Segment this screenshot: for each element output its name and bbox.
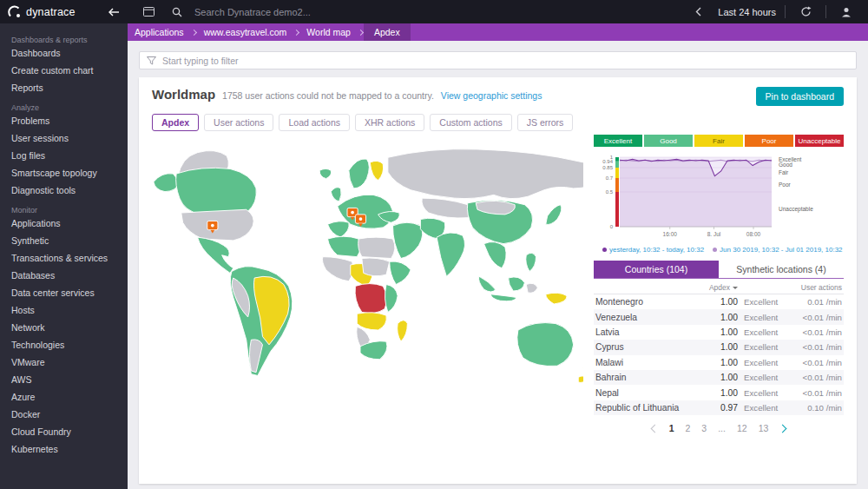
- sidebar-item-reports[interactable]: Reports: [0, 79, 128, 96]
- sidebar-item-applications[interactable]: Applications: [0, 215, 128, 232]
- legend-excellent: Excellent: [594, 135, 642, 147]
- divider: [825, 5, 826, 18]
- table-row[interactable]: Nepal 1.00 Excellent <0.01 /min: [594, 385, 844, 400]
- sidebar-section-title: Dashboards & reports: [0, 29, 128, 44]
- table-row[interactable]: Malawi 1.00 Excellent <0.01 /min: [594, 355, 844, 370]
- region-africa[interactable]: [322, 236, 411, 360]
- region-south-america[interactable]: [230, 267, 292, 376]
- sidebar-item-cloud-foundry[interactable]: Cloud Foundry: [0, 423, 128, 440]
- chart-legend-today[interactable]: yesterday, 10:32 - today, 10:32: [602, 246, 704, 254]
- sidebar-item-problems[interactable]: Problems: [0, 112, 128, 129]
- geographic-settings-link[interactable]: View geographic settings: [441, 90, 542, 101]
- sidebar-item-network[interactable]: Network: [0, 319, 128, 336]
- filter-input[interactable]: [162, 56, 849, 66]
- main-content: Worldmap 1758 user actions could not be …: [128, 41, 868, 489]
- sidebar-item-aws[interactable]: AWS: [0, 371, 128, 388]
- chevron-right-icon: [191, 29, 197, 35]
- sidebar-item-data-center-services[interactable]: Data center services: [0, 284, 128, 301]
- sidebar-item-smartscape-topology[interactable]: Smartscape topology: [0, 164, 128, 182]
- search-input[interactable]: [194, 7, 455, 17]
- table-row[interactable]: Venezuela 1.00 Excellent <0.01 /min: [594, 309, 844, 324]
- legend-poor: Poor: [745, 135, 793, 147]
- next-page-button[interactable]: [779, 424, 787, 433]
- tab-user-actions[interactable]: User actions: [204, 114, 273, 131]
- brand: dynatrace: [0, 5, 102, 18]
- top-bar: dynatrace: [0, 0, 868, 23]
- sidebar-item-transactions-services[interactable]: Transactions & services: [0, 249, 128, 267]
- prev-page-button[interactable]: [650, 424, 659, 433]
- refresh-button[interactable]: [794, 0, 817, 23]
- app-window: dynatrace: [0, 0, 868, 489]
- svg-text:16:00: 16:00: [663, 231, 678, 237]
- column-header-user-actions[interactable]: User actions: [738, 283, 844, 292]
- sidebar-item-kubernetes[interactable]: Kubernetes: [0, 440, 128, 458]
- sidebar-item-docker[interactable]: Docker: [0, 406, 128, 423]
- table-row[interactable]: Montenegro 1.00 Excellent 0.01 /min: [594, 294, 844, 309]
- user-menu-button[interactable]: [835, 0, 858, 23]
- tab-js-errors[interactable]: JS errors: [517, 114, 574, 131]
- sidebar-item-user-sessions[interactable]: User sessions: [0, 129, 128, 147]
- tab-custom-actions[interactable]: Custom actions: [430, 114, 511, 131]
- card-content: Excellent Good Fair Poor Unacceptable 10…: [152, 135, 844, 473]
- table-row[interactable]: Latvia 1.00 Excellent <0.01 /min: [594, 325, 844, 340]
- apdex-trend-chart: 10.940.850.70.5016:008. Jul08:00Excellen…: [594, 152, 844, 254]
- tab-synthetic-locations[interactable]: Synthetic locations (4): [719, 261, 844, 278]
- region-oceania[interactable]: [517, 293, 583, 382]
- table-row[interactable]: Republic of Lithuania 0.97 Excellent 0.1…: [594, 400, 844, 415]
- chevron-left-icon: [695, 7, 701, 17]
- svg-text:08:00: 08:00: [746, 231, 761, 237]
- tab-countries[interactable]: Countries (104): [594, 261, 719, 278]
- table-row[interactable]: Bahrain 1.00 Excellent <0.01 /min: [594, 370, 844, 385]
- sidebar-nav: Dashboards & reports Dashboards Create c…: [0, 23, 128, 489]
- svg-text:Poor: Poor: [779, 182, 792, 188]
- table-row[interactable]: Cyprus 1.00 Excellent <0.01 /min: [594, 340, 844, 354]
- region-europe[interactable]: [319, 159, 392, 237]
- breadcrumb-application[interactable]: www.easytravel.com: [197, 23, 294, 41]
- tab-load-actions[interactable]: Load actions: [279, 114, 350, 131]
- tab-apdex[interactable]: Apdex: [152, 114, 199, 131]
- chart-legend-yesterday[interactable]: Jun 30 2019, 10:32 - Jul 01 2019, 10:32: [713, 246, 842, 254]
- tab-xhr-actions[interactable]: XHR actions: [355, 114, 424, 131]
- svg-text:0.94: 0.94: [602, 159, 613, 164]
- svg-text:0: 0: [610, 224, 614, 229]
- timeframe-back-button[interactable]: [687, 0, 709, 23]
- world-map[interactable]: [152, 135, 583, 473]
- filter-funnel-icon: [147, 56, 156, 65]
- apps-grid-button[interactable]: [137, 0, 160, 23]
- breadcrumb-applications[interactable]: Applications: [128, 23, 191, 41]
- user-icon: [841, 7, 852, 17]
- legend-unacceptable: Unacceptable: [795, 135, 844, 147]
- sidebar-item-dashboards[interactable]: Dashboards: [0, 44, 128, 62]
- page-12[interactable]: 12: [737, 423, 747, 433]
- breadcrumb-apdex[interactable]: Apdex: [364, 23, 411, 41]
- sidebar-collapse-button[interactable]: [102, 0, 125, 23]
- sidebar-item-azure[interactable]: Azure: [0, 388, 128, 406]
- sidebar-item-synthetic[interactable]: Synthetic: [0, 232, 128, 249]
- svg-text:0.5: 0.5: [606, 189, 614, 195]
- sidebar-item-hosts[interactable]: Hosts: [0, 301, 128, 319]
- filter-bar: [139, 51, 857, 69]
- page-2[interactable]: 2: [686, 423, 691, 433]
- breadcrumb: Applications www.easytravel.com World ma…: [128, 23, 868, 41]
- page-1[interactable]: 1: [669, 423, 674, 433]
- sidebar-item-log-files[interactable]: Log files: [0, 147, 128, 164]
- page-title: Worldmap: [152, 87, 215, 102]
- column-header-apdex[interactable]: Apdex: [705, 283, 738, 292]
- region-asia[interactable]: [378, 149, 583, 301]
- page-3[interactable]: 3: [701, 423, 707, 433]
- sidebar-item-databases[interactable]: Databases: [0, 267, 128, 284]
- sidebar-item-technologies[interactable]: Technologies: [0, 336, 128, 354]
- sidebar-item-diagnostic-tools[interactable]: Diagnostic tools: [0, 182, 128, 199]
- breadcrumb-world-map[interactable]: World map: [299, 23, 358, 41]
- table-header: Apdex User actions: [594, 281, 844, 294]
- sidebar-item-vmware[interactable]: VMware: [0, 354, 128, 371]
- region-north-america[interactable]: [154, 151, 256, 274]
- pin-to-dashboard-button[interactable]: Pin to dashboard: [756, 87, 844, 106]
- svg-text:Fair: Fair: [779, 169, 789, 175]
- pagination: 1 2 3 ... 12 13: [594, 423, 844, 433]
- panel-tabs: Countries (104) Synthetic locations (4): [594, 261, 844, 279]
- page-13[interactable]: 13: [759, 423, 769, 433]
- time-range-selector[interactable]: Last 24 hours: [718, 7, 776, 17]
- sidebar-item-create-custom-chart[interactable]: Create custom chart: [0, 62, 128, 79]
- search-button[interactable]: [166, 0, 188, 23]
